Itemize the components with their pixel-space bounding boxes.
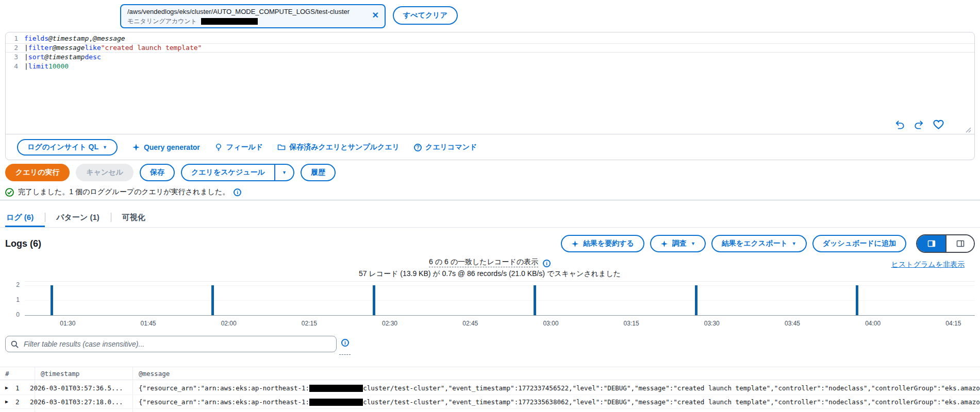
row-message: {"resource_arn":"arn:aws:eks:ap-northeas… [139, 384, 980, 392]
x-axis-label: 03:45 [774, 320, 810, 327]
divider [0, 227, 980, 228]
scan-summary: 57 レコード (13.9 KB) が 0.7s @ 86 records/s … [41, 269, 938, 279]
histogram-bar [695, 285, 697, 315]
view-toggle [916, 234, 975, 253]
code-token: @timestamp [48, 34, 89, 43]
x-axis-label: 01:45 [130, 320, 166, 327]
matched-records-summary: 6 の 6 の一致したレコードの表示 i [41, 258, 938, 267]
success-check-icon [5, 188, 14, 197]
table-view-icon [927, 239, 936, 248]
cancel-button: キャンセル [76, 164, 134, 181]
query-commands-button[interactable]: ? クエリコマンド [414, 143, 477, 152]
histogram-bar [534, 285, 536, 315]
row-message: {"resource_arn":"arn:aws:eks:ap-northeas… [139, 398, 980, 406]
histogram-bar [856, 285, 858, 315]
code-token: fields [24, 34, 48, 43]
tab-logs[interactable]: ログ (6) [5, 208, 45, 227]
tab-patterns[interactable]: パターン (1) [45, 208, 111, 227]
table-header: # @timestamp @message [0, 367, 980, 380]
schedule-dropdown-button[interactable]: ▼ [275, 164, 294, 181]
view-toggle-table-button[interactable] [917, 235, 945, 252]
row-index: 2 [15, 398, 20, 406]
tab-visualization[interactable]: 可視化 [111, 208, 157, 227]
table-row: ▶12026-03-01T03:57:36.5...{"resource_arn… [0, 381, 980, 395]
x-axis-label: 02:45 [452, 320, 488, 327]
query-editor[interactable]: 1fields @timestamp, @message2| filter @m… [6, 32, 974, 134]
view-toggle-split-button[interactable] [945, 235, 974, 252]
log-group-name: /aws/vendedlogs/eks/cluster/AUTO_MODE_CO… [127, 8, 366, 15]
query-generator-button[interactable]: Query generator [132, 143, 200, 151]
x-axis-label: 02:30 [372, 320, 408, 327]
query-language-selector[interactable]: ログのインサイト QL ▼ [17, 139, 118, 156]
x-axis-label: 02:00 [211, 320, 247, 327]
x-axis-label: 03:15 [613, 320, 650, 327]
info-icon[interactable]: i [543, 260, 551, 267]
code-token: "created launch template" [101, 43, 202, 53]
query-status: 完了しました。1 個のロググループのクエリが実行されました。 i [5, 187, 241, 197]
filter-results-field[interactable] [5, 336, 337, 352]
log-group-token[interactable]: /aws/vendedlogs/eks/cluster/AUTO_MODE_CO… [120, 4, 386, 28]
redacted-account-id [309, 385, 363, 392]
expand-row-icon[interactable]: ▶ [5, 399, 8, 404]
info-icon[interactable]: i [234, 188, 241, 196]
history-button[interactable]: 履歴 [301, 164, 336, 181]
add-to-dashboard-button[interactable]: ダッシュボードに追加 [812, 235, 906, 252]
code-token: sort [28, 53, 44, 62]
records-histogram: 210 01:3001:4502:0002:1502:3002:4503:000… [0, 278, 980, 335]
filter-input[interactable] [23, 339, 331, 349]
col-header-index: # [5, 370, 9, 377]
gridline [25, 281, 975, 282]
code-token: @timestamp [44, 53, 85, 62]
chevron-down-icon: ▼ [103, 145, 107, 150]
x-axis-label: 03:00 [533, 320, 569, 327]
row-timestamp: 2026-03-01T03:57:36.5... [30, 384, 123, 392]
fields-button[interactable]: フィールド [214, 143, 263, 152]
histogram-bar [51, 285, 53, 315]
code-token: , [89, 34, 93, 43]
editor-resize-handle[interactable] [965, 126, 971, 132]
info-icon[interactable]: i [341, 339, 349, 347]
code-token: desc [85, 53, 101, 62]
query-actions: クエリの実行 キャンセル 保存 クエリをスケジュール ▼ 履歴 [5, 164, 336, 181]
redo-icon[interactable] [913, 120, 924, 129]
code-line[interactable]: 4| limit 10000 [6, 62, 974, 71]
code-line[interactable]: 1fields @timestamp, @message [6, 34, 974, 43]
run-query-button[interactable]: クエリの実行 [5, 164, 70, 181]
x-axis-label: 04:15 [935, 320, 971, 327]
folder-icon [277, 143, 286, 151]
hide-histogram-link[interactable]: ヒストグラムを非表示 [891, 260, 965, 269]
undo-icon[interactable] [894, 120, 905, 129]
results-header: Logs (6) 結果を要約する 調査 ▼ 結果をエクスポート ▼ ダッシュボー… [5, 234, 975, 253]
code-token: | [24, 43, 28, 53]
close-icon[interactable]: ✕ [372, 11, 379, 20]
expand-row-icon[interactable]: ▶ [5, 385, 8, 390]
saved-queries-button[interactable]: 保存済みクエリとサンプルクエリ [277, 143, 400, 152]
gridline [25, 300, 975, 301]
favorite-heart-icon[interactable] [933, 119, 944, 130]
save-button[interactable]: 保存 [140, 164, 175, 181]
col-header-message: @message [139, 370, 170, 377]
line-number: 3 [6, 53, 24, 62]
chevron-down-icon: ▼ [282, 170, 287, 175]
code-token: | [24, 53, 28, 62]
code-token: limit [28, 62, 48, 71]
line-number: 1 [6, 34, 24, 43]
row-index: 1 [15, 384, 20, 392]
schedule-query-button[interactable]: クエリをスケジュール [181, 164, 275, 181]
x-axis-line [25, 315, 975, 316]
divider [0, 200, 980, 200]
code-line[interactable]: 3| sort @timestamp desc [6, 53, 974, 62]
investigate-button[interactable]: 調査 ▼ [650, 235, 706, 252]
line-number: 2 [6, 43, 24, 53]
code-token: @message [53, 43, 85, 53]
sparkle-icon [660, 240, 668, 248]
export-results-button[interactable]: 結果をエクスポート ▼ [711, 235, 807, 252]
gridline [25, 285, 975, 286]
status-message: 完了しました。1 個のロググループのクエリが実行されました。 [18, 187, 229, 197]
results-title: Logs (6) [5, 238, 41, 249]
code-token: filter [28, 43, 53, 53]
row-timestamp: 2026-03-01T03:27:18.0... [30, 398, 123, 406]
code-line[interactable]: 2| filter @message like "created launch … [6, 43, 974, 53]
summarize-results-button[interactable]: 結果を要約する [561, 235, 644, 252]
clear-all-button[interactable]: すべてクリア [393, 6, 458, 25]
